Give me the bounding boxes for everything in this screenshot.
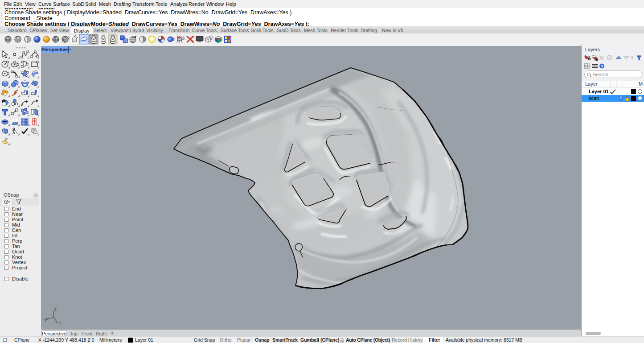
svg-text:x: x bbox=[59, 320, 62, 325]
svg-text:z: z bbox=[54, 307, 57, 312]
svg-text:y: y bbox=[45, 317, 47, 322]
svg-text:+: + bbox=[596, 58, 598, 62]
svg-text:+: + bbox=[589, 58, 591, 61]
svg-text:?: ? bbox=[601, 64, 603, 69]
